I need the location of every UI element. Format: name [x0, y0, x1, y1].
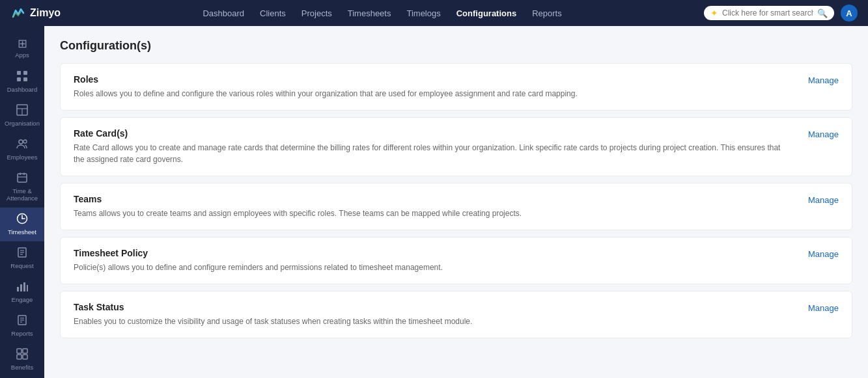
benefits-icon [16, 348, 28, 362]
config-rate-card-desc: Rate Card allows you to create and manag… [74, 142, 792, 165]
timesheet-icon [16, 213, 28, 226]
config-card-timesheet-policy: Timesheet Policy Policie(s) allows you t… [60, 237, 852, 284]
config-teams-title: Teams [74, 194, 792, 204]
svg-rect-29 [23, 349, 27, 353]
employees-icon [16, 138, 28, 152]
sparkle-icon: ✦ [710, 8, 718, 18]
manage-rate-card-link[interactable]: Manage [808, 129, 839, 139]
sidebar-item-dashboard[interactable]: Dashboard [0, 65, 44, 99]
apps-icon: ⊞ [18, 38, 27, 49]
config-card-roles: Roles Roles allows you to define and con… [60, 63, 852, 111]
sidebar-item-benefits[interactable]: Benefits [0, 343, 44, 377]
sidebar-item-apps[interactable]: ⊞ Apps [0, 31, 44, 65]
brand-logo[interactable]: Zimyo [10, 5, 61, 21]
engage-icon [16, 280, 28, 294]
sidebar-item-reports[interactable]: Reports [0, 309, 44, 343]
config-rate-card-title: Rate Card(s) [74, 128, 792, 139]
topbar: Zimyo Dashboard Clients Projects Timeshe… [0, 0, 868, 26]
config-card-roles-body: Roles Roles allows you to define and con… [74, 74, 808, 100]
page-title: Configuration(s) [60, 39, 852, 53]
config-card-teams: Teams Teams allows you to create teams a… [60, 183, 852, 230]
sidebar-item-engage[interactable]: Engage [0, 275, 44, 309]
svg-rect-30 [17, 355, 21, 359]
dashboard-icon [16, 70, 28, 84]
svg-rect-1 [23, 71, 27, 75]
svg-rect-31 [23, 355, 27, 359]
config-task-status-title: Task Status [74, 302, 792, 312]
sidebar-label-benefits: Benefits [11, 364, 33, 371]
manage-roles-link[interactable]: Manage [808, 75, 839, 85]
config-timesheet-policy-desc: Policie(s) allows you to define and conf… [74, 262, 792, 273]
svg-rect-20 [17, 287, 19, 291]
main-layout: ⊞ Apps Dashboard Organisation Employees [0, 26, 868, 378]
config-card-timesheet-policy-body: Timesheet Policy Policie(s) allows you t… [74, 248, 808, 273]
sidebar-item-time-attendance[interactable]: Time & Attendance [0, 167, 44, 208]
config-roles-desc: Roles allows you to define and configure… [74, 88, 792, 100]
nav-projects[interactable]: Projects [301, 8, 332, 18]
config-card-rate-card: Rate Card(s) Rate Card allows you to cre… [60, 117, 852, 176]
sidebar-label-engage: Engage [12, 296, 33, 303]
svg-rect-9 [18, 174, 27, 182]
request-icon [16, 247, 28, 260]
sidebar-label-dashboard: Dashboard [7, 86, 37, 93]
time-attendance-icon [16, 172, 28, 185]
nav-dashboard[interactable]: Dashboard [203, 8, 244, 18]
svg-rect-23 [27, 285, 28, 291]
config-task-status-desc: Enables you to customize the visibility … [74, 316, 792, 327]
svg-rect-22 [23, 282, 25, 291]
config-roles-title: Roles [74, 74, 792, 85]
sidebar-label-reports: Reports [11, 330, 33, 337]
search-icon: 🔍 [817, 8, 828, 18]
svg-rect-3 [23, 77, 27, 81]
nav-timesheets[interactable]: Timesheets [348, 8, 391, 18]
config-card-teams-body: Teams Teams allows you to create teams a… [74, 194, 808, 219]
search-bar[interactable]: ✦ 🔍 [704, 6, 834, 20]
config-teams-desc: Teams allows you to create teams and ass… [74, 208, 792, 219]
sidebar: ⊞ Apps Dashboard Organisation Employees [0, 26, 44, 378]
config-timesheet-policy-title: Timesheet Policy [74, 248, 792, 258]
sidebar-item-organisation[interactable]: Organisation [0, 99, 44, 133]
manage-teams-link[interactable]: Manage [808, 195, 839, 205]
sidebar-label-time-attendance: Time & Attendance [3, 187, 42, 202]
svg-rect-0 [17, 71, 21, 75]
manage-task-status-link[interactable]: Manage [808, 303, 839, 313]
organisation-icon [16, 104, 28, 118]
sidebar-label-request: Request [10, 262, 33, 269]
reports-icon [16, 314, 28, 328]
sidebar-label-employees: Employees [7, 154, 38, 161]
manage-timesheet-policy-link[interactable]: Manage [808, 249, 839, 259]
sidebar-label-organisation: Organisation [5, 120, 40, 127]
brand-name: Zimyo [30, 7, 61, 19]
sidebar-item-request[interactable]: Request [0, 241, 44, 275]
sidebar-item-timesheet[interactable]: Timesheet [0, 208, 44, 241]
config-card-task-status-body: Task Status Enables you to customize the… [74, 302, 808, 327]
nav-configurations[interactable]: Configurations [456, 8, 516, 18]
search-input[interactable] [722, 8, 813, 18]
topbar-right: ✦ 🔍 A [704, 5, 858, 21]
svg-point-8 [23, 140, 27, 143]
svg-rect-28 [17, 349, 21, 353]
config-card-rate-card-body: Rate Card(s) Rate Card allows you to cre… [74, 128, 808, 165]
main-content: Configuration(s) Roles Roles allows you … [44, 26, 868, 378]
zimyo-logo-icon [10, 5, 26, 21]
config-card-task-status: Task Status Enables you to customize the… [60, 291, 852, 338]
sidebar-label-timesheet: Timesheet [8, 228, 36, 236]
sidebar-item-employees[interactable]: Employees [0, 133, 44, 167]
svg-rect-2 [17, 77, 21, 81]
nav-timelogs[interactable]: Timelogs [406, 8, 440, 18]
svg-rect-21 [20, 284, 22, 291]
top-nav: Dashboard Clients Projects Timesheets Ti… [203, 8, 561, 18]
avatar[interactable]: A [841, 5, 858, 21]
sidebar-label-apps: Apps [15, 51, 29, 59]
nav-reports[interactable]: Reports [532, 8, 562, 18]
nav-clients[interactable]: Clients [260, 8, 286, 18]
svg-point-7 [19, 140, 23, 144]
